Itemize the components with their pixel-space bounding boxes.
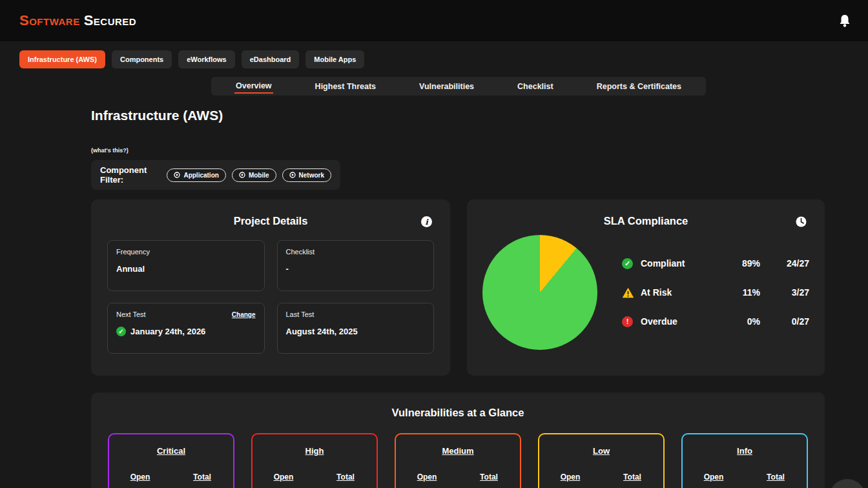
next-test-box: Next Test Change ✓ January 24th, 2026 [107,303,265,354]
severity-box-info[interactable]: Info Open Total [681,433,808,488]
severity-label: Medium [396,446,520,456]
open-column-header: Open [253,473,315,482]
checklist-box: Checklist - [277,240,435,291]
chat-widget-button[interactable] [829,479,865,488]
vulnerabilities-title: Vulnerabilities at a Glance [108,407,808,419]
last-test-value: August 24th, 2025 [286,327,426,336]
top-bar: SoftwareSecured [0,0,868,41]
overdue-exclamation-icon: ! [622,316,633,327]
legend-label: At Risk [641,287,729,298]
legend-ratio: 3/27 [760,287,809,298]
nav-highest-threats[interactable]: Highest Threats [314,79,377,93]
tab-mobile-apps[interactable]: Mobile Apps [305,50,364,68]
severity-box-critical[interactable]: Critical Open Total [108,433,234,488]
legend-row-at-risk: At Risk 11% 3/27 [622,287,809,298]
total-column-header: Total [601,473,663,482]
severity-row: Critical Open Total High Open Total Medi… [108,433,808,488]
project-details-grid: Frequency Annual Checklist - Next Test C… [107,240,434,354]
severity-box-medium[interactable]: Medium Open Total [395,433,521,488]
last-test-label: Last Test [286,310,426,318]
change-link[interactable]: Change [232,311,256,318]
legend-ratio: 24/27 [760,258,809,269]
filter-pill-label: Network [299,172,324,179]
sla-content: ✓ Compliant 89% 24/27 At Risk 11% 3/27 !… [482,235,809,350]
nav-vulnerabilities[interactable]: Vulnerabilities [418,79,475,93]
total-column-header: Total [315,473,377,482]
next-test-value: January 24th, 2026 [130,327,205,336]
brand-second-word: Secured [84,12,137,28]
filter-pill-network[interactable]: Network [282,168,331,182]
frequency-box: Frequency Annual [107,240,265,291]
compliant-check-icon: ✓ [622,258,633,269]
mobile-icon [239,172,245,178]
checklist-label: Checklist [286,248,426,256]
open-column-header: Open [109,473,171,482]
legend-label: Compliant [641,258,729,269]
check-circle-icon: ✓ [116,327,126,336]
legend-ratio: 0/27 [760,316,809,327]
nav-reports-certificates[interactable]: Reports & Certificates [595,79,683,93]
nav-overview[interactable]: Overview [234,79,273,94]
checklist-value: - [286,264,426,274]
application-icon [174,172,180,178]
section-nav: Overview Highest Threats Vulnerabilities… [211,77,706,96]
severity-box-high[interactable]: High Open Total [251,433,378,488]
network-icon [289,172,296,178]
tab-infrastructure-aws[interactable]: Infrastructure (AWS) [19,50,105,68]
next-test-label: Next Test [116,310,146,318]
legend-row-compliant: ✓ Compliant 89% 24/27 [622,258,809,269]
open-column-header: Open [396,473,458,482]
vulnerabilities-card: Vulnerabilities at a Glance Critical Ope… [91,392,825,488]
total-column-header: Total [458,473,520,482]
project-details-title: Project Details [107,215,434,227]
page-title: Infrastructure (AWS) [91,108,868,123]
brand-logo[interactable]: SoftwareSecured [19,12,136,29]
total-column-header: Total [171,473,233,482]
severity-label: High [253,446,377,456]
clock-icon [796,216,807,230]
warning-triangle-icon [622,287,634,298]
tab-eworkflows[interactable]: eWorkflows [178,50,235,68]
whats-this-link[interactable]: (what's this?) [91,147,129,154]
severity-box-low[interactable]: Low Open Total [538,433,665,488]
sla-title: SLA Compliance [482,215,809,227]
project-tabs: Infrastructure (AWS) Components eWorkflo… [19,50,868,68]
filter-pill-mobile[interactable]: Mobile [232,168,276,182]
component-filter-card: Component Filter: Application Mobile Net… [91,160,340,190]
total-column-header: Total [745,473,807,482]
severity-label: Critical [109,446,233,456]
legend-percent: 0% [729,316,760,327]
legend-row-overdue: ! Overdue 0% 0/27 [622,316,809,327]
sla-legend: ✓ Compliant 89% 24/27 At Risk 11% 3/27 !… [622,258,809,327]
tab-components[interactable]: Components [112,50,172,68]
tab-edashboard[interactable]: eDashboard [242,50,300,68]
open-column-header: Open [539,473,601,482]
summary-cards-row: Project Details i Frequency Annual Check… [91,199,825,376]
frequency-value: Annual [116,264,256,274]
info-icon[interactable]: i [421,216,432,227]
severity-label: Info [683,446,807,456]
nav-checklist[interactable]: Checklist [516,79,555,93]
filter-pill-label: Application [183,172,218,179]
frequency-label: Frequency [116,248,256,256]
filter-pill-application[interactable]: Application [167,168,225,182]
sla-pie-chart [482,235,597,350]
last-test-box: Last Test August 24th, 2025 [277,303,435,354]
severity-label: Low [539,446,663,456]
bell-icon[interactable] [838,14,851,28]
brand-first-word: Software [19,12,80,28]
open-column-header: Open [683,473,745,482]
project-details-card: Project Details i Frequency Annual Check… [91,199,450,376]
sla-compliance-card: SLA Compliance ✓ Compliant 89% 24/27 At … [467,199,825,376]
component-filter-label: Component Filter: [100,165,161,185]
legend-percent: 11% [729,287,760,298]
filter-pill-label: Mobile [249,172,269,179]
legend-label: Overdue [641,316,729,327]
legend-percent: 89% [729,258,760,269]
